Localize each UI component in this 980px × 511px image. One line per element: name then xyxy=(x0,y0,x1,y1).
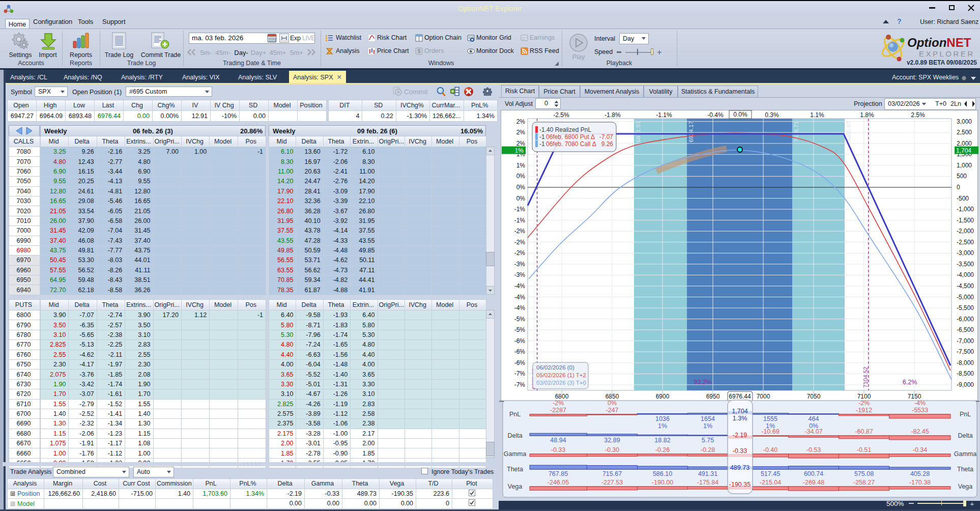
svg-text:-60.87: -60.87 xyxy=(855,428,873,435)
svg-text:-247: -247 xyxy=(606,407,618,414)
svg-text:-5%: -5% xyxy=(514,326,526,333)
svg-text:PnL: PnL xyxy=(960,411,971,418)
svg-text:-170.38: -170.38 xyxy=(909,479,931,486)
svg-text:1036: 1036 xyxy=(655,415,670,422)
svg-text:-0.34: -0.34 xyxy=(913,446,928,453)
svg-text:-2%: -2% xyxy=(553,400,564,407)
svg-text:-190.00: -190.00 xyxy=(652,479,673,486)
svg-text:3,000: 3,000 xyxy=(957,118,972,125)
svg-text:2%: 2% xyxy=(516,129,526,136)
svg-text:-5,500: -5,500 xyxy=(957,304,974,311)
svg-text:-4,000: -4,000 xyxy=(957,271,974,278)
svg-text:-1: -1 xyxy=(539,140,545,148)
svg-text:-2.5%: -2.5% xyxy=(553,111,569,119)
svg-text:-0.40: -0.40 xyxy=(763,446,778,453)
svg-text:405.28: 405.28 xyxy=(910,470,930,477)
svg-text:-7,500: -7,500 xyxy=(957,348,974,355)
svg-text:6924.17: 6924.17 xyxy=(688,121,694,143)
svg-text:1.8%: 1.8% xyxy=(860,111,874,119)
svg-text:-3,000: -3,000 xyxy=(957,249,974,257)
svg-text:2.5%: 2.5% xyxy=(911,111,925,119)
svg-text:Delta: Delta xyxy=(507,432,522,439)
svg-text:-8,500: -8,500 xyxy=(957,370,974,377)
svg-text:Vega: Vega xyxy=(508,483,523,490)
svg-text:-227.53: -227.53 xyxy=(601,479,623,486)
svg-text:-7%: -7% xyxy=(514,381,526,388)
svg-text:-2%: -2% xyxy=(514,249,526,257)
svg-text:586.10: 586.10 xyxy=(653,470,672,477)
svg-text:-6%: -6% xyxy=(514,359,526,366)
svg-text:491.31: 491.31 xyxy=(698,470,717,477)
svg-text:-4%: -4% xyxy=(514,294,526,301)
svg-text:1%: 1% xyxy=(516,162,526,169)
svg-text:0: 0 xyxy=(957,184,960,191)
svg-text:-8,000: -8,000 xyxy=(957,359,974,366)
svg-text:05/02/2026 (1) T+2: 05/02/2026 (1) T+2 xyxy=(536,372,586,378)
svg-text:-246.05: -246.05 xyxy=(547,479,569,486)
svg-text:-3,500: -3,500 xyxy=(957,261,974,268)
svg-text:-500: -500 xyxy=(957,195,969,202)
svg-text:-3%: -3% xyxy=(514,261,526,268)
svg-text:Gamma: Gamma xyxy=(504,450,527,458)
svg-text:1555: 1555 xyxy=(763,415,777,422)
svg-text:-4%: -4% xyxy=(514,304,526,311)
svg-text:767.85: 767.85 xyxy=(549,470,568,477)
svg-text:32.89: 32.89 xyxy=(604,437,620,444)
svg-text:2%: 2% xyxy=(516,118,526,125)
svg-text:-1912: -1912 xyxy=(856,407,872,414)
svg-text:1,000: 1,000 xyxy=(957,162,972,169)
svg-text:48.94: 48.94 xyxy=(550,437,566,444)
svg-text:-1.40 Realized PnL: -1.40 Realized PnL xyxy=(539,126,591,133)
svg-text:-0.26: -0.26 xyxy=(655,446,670,453)
svg-text:18.82: 18.82 xyxy=(654,437,670,444)
svg-text:-5,000: -5,000 xyxy=(957,294,974,301)
svg-text:Theta: Theta xyxy=(507,466,523,473)
svg-text:1,704: 1,704 xyxy=(956,147,971,154)
svg-text:-1,500: -1,500 xyxy=(957,217,974,224)
svg-text:1654: 1654 xyxy=(701,415,715,422)
svg-text:-2.19: -2.19 xyxy=(733,432,747,439)
svg-text:03/02/2026 (3) T+0: 03/02/2026 (3) T+0 xyxy=(536,380,586,386)
svg-text:0.3%: 0.3% xyxy=(765,111,779,119)
svg-text:-9,000: -9,000 xyxy=(957,381,974,388)
svg-text:-1.8%: -1.8% xyxy=(604,111,621,119)
svg-text:0%: 0% xyxy=(516,173,526,180)
svg-text:-1.1%: -1.1% xyxy=(656,111,672,119)
svg-text:-5533: -5533 xyxy=(912,407,928,414)
svg-text:489.73: 489.73 xyxy=(730,464,750,471)
svg-text:1,704: 1,704 xyxy=(732,408,747,415)
svg-text:-190.35: -190.35 xyxy=(729,481,751,488)
svg-text:0%: 0% xyxy=(516,184,526,191)
svg-text:-1%: -1% xyxy=(514,206,526,213)
svg-text:-2%: -2% xyxy=(858,400,870,407)
svg-text:-1%: -1% xyxy=(514,217,526,224)
svg-text:-6,500: -6,500 xyxy=(957,326,974,333)
svg-text:1%: 1% xyxy=(703,422,712,430)
svg-text:0%: 0% xyxy=(516,195,526,202)
svg-text:06feb. 6800 Put Δ: 06feb. 6800 Put Δ xyxy=(546,133,595,140)
svg-text:-258.27: -258.27 xyxy=(853,479,875,486)
svg-text:2%: 2% xyxy=(516,140,526,147)
svg-text:575.08: 575.08 xyxy=(854,470,874,477)
svg-text:-4,500: -4,500 xyxy=(957,282,974,290)
svg-text:-1,000: -1,000 xyxy=(957,206,974,213)
svg-text:5.75: 5.75 xyxy=(702,437,714,444)
svg-text:1.3%: 1.3% xyxy=(733,415,747,422)
svg-text:-34.07: -34.07 xyxy=(804,428,822,435)
svg-text:600.74: 600.74 xyxy=(804,470,823,477)
svg-text:7028.71: 7028.71 xyxy=(793,121,799,143)
svg-text:-2%: -2% xyxy=(514,228,526,235)
svg-text:-6,000: -6,000 xyxy=(957,316,974,323)
svg-text:06feb. 7080 Call Δ: 06feb. 7080 Call Δ xyxy=(546,140,596,148)
svg-text:Vega: Vega xyxy=(958,483,973,490)
svg-text:-2287: -2287 xyxy=(550,407,566,414)
svg-text:0%: 0% xyxy=(608,400,617,407)
svg-text:7104.52: 7104.52 xyxy=(862,366,869,388)
svg-text:-3%: -3% xyxy=(514,271,526,278)
svg-text:-2,500: -2,500 xyxy=(957,239,974,246)
svg-text:-4%: -4% xyxy=(514,282,526,290)
svg-text:-215.04: -215.04 xyxy=(760,479,781,486)
svg-text:6871.91: 6871.91 xyxy=(635,121,641,143)
svg-text:-2,000: -2,000 xyxy=(957,228,974,235)
svg-text:Gamma: Gamma xyxy=(954,450,977,458)
